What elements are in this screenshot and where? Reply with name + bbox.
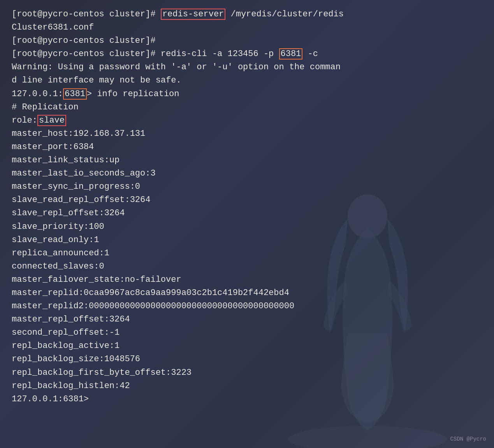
terminal-line-13: master_last_io_seconds_ago:3 xyxy=(12,167,482,180)
master-sync: master_sync_in_progress:0 xyxy=(12,182,140,191)
terminal-line-30: 127.0.0.1:6381> xyxy=(12,393,482,406)
terminal-line-22: master_replid:0caa9967ac8ca9aa999a03c2b1… xyxy=(12,286,482,300)
port-6381-highlight-1: 6381 xyxy=(279,48,303,60)
master-port: master_port:6384 xyxy=(12,142,94,152)
slave-read-only: slave_read_only:1 xyxy=(12,235,99,245)
terminal-line-17: slave_priority:100 xyxy=(12,220,482,234)
terminal-line-2: Cluster6381.conf xyxy=(12,21,482,34)
repl-backlog-size: repl_backlog_size:1048576 xyxy=(12,354,140,364)
terminal-line-25: second_repl_offset:-1 xyxy=(12,326,482,339)
prompt-3: [root@pycro-centos cluster]# xyxy=(12,36,156,46)
terminal-line-11: master_port:6384 xyxy=(12,141,482,154)
redis-server-highlight: redis-server xyxy=(161,9,225,20)
repl-backlog-first-byte: repl_backlog_first_byte_offset:3223 xyxy=(12,368,192,378)
prompt-1: [root@pycro-centos cluster]# xyxy=(12,9,161,19)
terminal-line-12: master_link_status:up xyxy=(12,154,482,167)
prompt-4b: -c xyxy=(302,49,318,59)
terminal-line-29: repl_backlog_histlen:42 xyxy=(12,379,482,393)
master-last-io: master_last_io_seconds_ago:3 xyxy=(12,169,156,178)
slave-priority: slave_priority:100 xyxy=(12,222,104,232)
master-replid2: master_replid2:0000000000000000000000000… xyxy=(12,301,294,311)
terminal-line-1: [root@pycro-centos cluster]# redis-serve… xyxy=(12,8,482,21)
terminal-line-8: # Replication xyxy=(12,101,482,114)
terminal-line-3: [root@pycro-centos cluster]# xyxy=(12,34,482,47)
slave-repl-offset: slave_repl_offset:3264 xyxy=(12,208,125,218)
prompt-7b: > info replication xyxy=(87,89,179,99)
terminal-line-5: Warning: Using a password with '-a' or '… xyxy=(12,61,482,74)
line2-text: Cluster6381.conf xyxy=(12,23,94,32)
final-prompt: 127.0.0.1:6381> xyxy=(12,394,89,404)
replica-announced: replica_announced:1 xyxy=(12,248,109,258)
terminal-line-27: repl_backlog_size:1048576 xyxy=(12,353,482,366)
replication-header: # Replication xyxy=(12,102,79,112)
terminal-container: [root@pycro-centos cluster]# redis-serve… xyxy=(0,0,494,448)
role-label: role: xyxy=(12,116,37,125)
repl-backlog-active: repl_backlog_active:1 xyxy=(12,341,120,351)
master-link-status: master_link_status:up xyxy=(12,155,120,165)
terminal-line-14: master_sync_in_progress:0 xyxy=(12,180,482,193)
terminal-line-20: connected_slaves:0 xyxy=(12,260,482,273)
master-repl-offset: master_repl_offset:3264 xyxy=(12,314,130,324)
prompt-7a: 127.0.0.1: xyxy=(12,89,63,99)
terminal-line-19: replica_announced:1 xyxy=(12,247,482,260)
terminal-line-18: slave_read_only:1 xyxy=(12,234,482,247)
connected-slaves: connected_slaves:0 xyxy=(12,262,104,271)
watermark: CSDN @Pycro xyxy=(450,436,486,442)
terminal-line-24: master_repl_offset:3264 xyxy=(12,313,482,326)
terminal-line-23: master_replid2:0000000000000000000000000… xyxy=(12,300,482,313)
terminal-line-15: slave_read_repl_offset:3264 xyxy=(12,193,482,207)
warning-line2: d line interface may not be safe. xyxy=(12,76,181,85)
warning-line1: Warning: Using a password with '-a' or '… xyxy=(12,62,341,72)
terminal-line-7: 127.0.0.1:6381> info replication xyxy=(12,88,482,101)
terminal-line-26: repl_backlog_active:1 xyxy=(12,339,482,353)
terminal-line-6: d line interface may not be safe. xyxy=(12,74,482,87)
role-slave-highlight: slave xyxy=(37,115,66,126)
master-replid: master_replid:0caa9967ac8ca9aa999a03c2b1… xyxy=(12,288,289,298)
terminal-line-16: slave_repl_offset:3264 xyxy=(12,207,482,220)
second-repl-offset: second_repl_offset:-1 xyxy=(12,328,120,337)
master-failover-state: master_failover_state:no-failover xyxy=(12,275,181,285)
terminal-line-21: master_failover_state:no-failover xyxy=(12,273,482,286)
prompt-4a: [root@pycro-centos cluster]# redis-cli -… xyxy=(12,49,279,59)
repl-backlog-histlen: repl_backlog_histlen:42 xyxy=(12,381,130,391)
terminal-line-4: [root@pycro-centos cluster]# redis-cli -… xyxy=(12,47,482,61)
terminal-line-28: repl_backlog_first_byte_offset:3223 xyxy=(12,366,482,379)
terminal-line-9: role:slave xyxy=(12,114,482,127)
slave-read-repl-offset: slave_read_repl_offset:3264 xyxy=(12,195,150,205)
master-host: master_host:192.168.37.131 xyxy=(12,129,145,139)
terminal-line-10: master_host:192.168.37.131 xyxy=(12,127,482,141)
port-6381-highlight-2: 6381 xyxy=(63,88,87,100)
line1-rest: /myredis/cluster/redis xyxy=(225,9,344,19)
